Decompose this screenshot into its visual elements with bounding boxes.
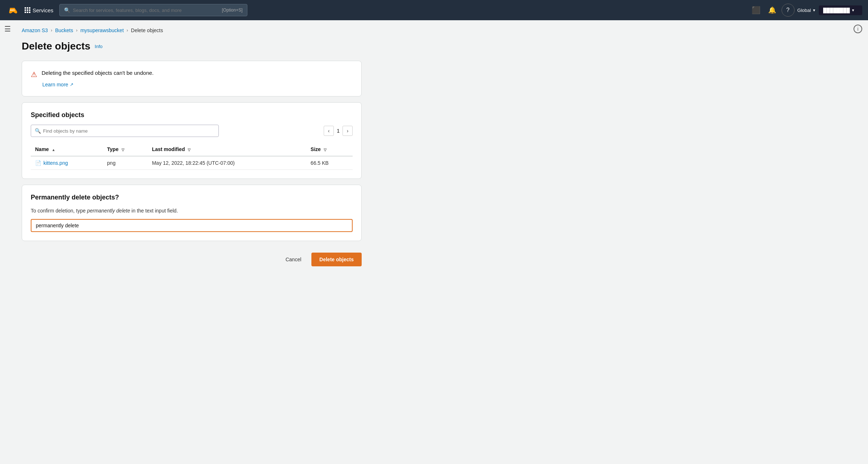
file-icon: 📄 — [35, 160, 41, 166]
learn-more-label: Learn more — [42, 82, 68, 87]
nav-icons: ⬛ 🔔 ? Global ▼ ████████ ▼ — [750, 4, 862, 17]
svg-text:aws: aws — [10, 8, 15, 12]
objects-search-input[interactable] — [43, 128, 215, 134]
warning-message: Deleting the specified objects can't be … — [42, 70, 154, 76]
grid-icon — [25, 7, 30, 13]
page-title-row: Delete objects Info — [22, 40, 422, 52]
terminal-button[interactable]: ⬛ — [750, 4, 763, 17]
breadcrumb-sep-2: › — [76, 28, 77, 33]
user-name: ████████ — [823, 8, 850, 13]
services-button[interactable]: Services — [25, 7, 54, 13]
external-link-icon: ↗ — [70, 82, 73, 87]
terminal-icon: ⬛ — [752, 6, 761, 14]
prev-page-button[interactable]: ‹ — [324, 126, 334, 136]
confirm-keyword: permanently delete — [87, 208, 130, 214]
prev-page-icon: ‹ — [328, 128, 330, 134]
breadcrumb-bucket-name[interactable]: mysuperawsbucket — [80, 27, 124, 33]
info-circle-icon: i — [854, 25, 862, 33]
file-name-link[interactable]: 📄 kittens.png — [35, 160, 98, 166]
col-type: Type ▽ — [103, 143, 148, 156]
notifications-button[interactable]: 🔔 — [766, 4, 779, 17]
user-account-button[interactable]: ████████ ▼ — [819, 5, 862, 15]
file-modified-cell: May 12, 2022, 18:22:45 (UTC-07:00) — [148, 156, 306, 170]
permanently-delete-title: Permanently delete objects? — [31, 194, 353, 201]
region-selector[interactable]: Global ▼ — [797, 8, 816, 13]
bell-icon: 🔔 — [768, 6, 776, 14]
sidebar-toggle-button[interactable]: ☰ — [4, 25, 11, 33]
specified-objects-card: Specified objects 🔍 ‹ 1 › — [22, 102, 362, 179]
next-page-icon: › — [347, 128, 349, 134]
file-size-cell: 66.5 KB — [306, 156, 353, 170]
warning-box: ⚠ Deleting the specified objects can't b… — [31, 70, 353, 87]
global-search-bar[interactable]: 🔍 [Option+S] — [59, 4, 247, 16]
main-content: Amazon S3 › Buckets › mysuperawsbucket ›… — [0, 20, 434, 287]
pagination: ‹ 1 › — [324, 126, 353, 136]
info-circle-button[interactable]: i — [854, 25, 862, 33]
top-navigation: aws Services 🔍 [Option+S] ⬛ 🔔 ? Global ▼… — [0, 0, 868, 20]
region-label: Global — [797, 8, 811, 13]
delete-objects-button[interactable]: Delete objects — [311, 253, 362, 266]
objects-search-icon: 🔍 — [35, 128, 41, 134]
search-input[interactable] — [73, 8, 219, 13]
page-number: 1 — [337, 128, 340, 134]
objects-table: Name ▲ Type ▽ Last modified ▽ Size — [31, 143, 353, 170]
warning-card: ⚠ Deleting the specified objects can't b… — [22, 61, 362, 96]
specified-objects-title: Specified objects — [31, 111, 353, 119]
last-modified-sort-icon: ▽ — [188, 148, 191, 152]
user-chevron-icon: ▼ — [851, 8, 855, 12]
name-sort-icon: ▲ — [52, 148, 55, 152]
table-header: Name ▲ Type ▽ Last modified ▽ Size — [31, 143, 353, 156]
objects-search-row: 🔍 ‹ 1 › — [31, 125, 353, 137]
info-link[interactable]: Info — [95, 44, 103, 49]
file-name: kittens.png — [43, 160, 68, 166]
type-sort-icon: ▽ — [122, 148, 124, 152]
file-name-cell: 📄 kittens.png — [31, 156, 103, 170]
action-buttons-row: Cancel Delete objects — [22, 247, 362, 272]
breadcrumb-amazon-s3[interactable]: Amazon S3 — [22, 27, 48, 33]
col-name: Name ▲ — [31, 143, 103, 156]
table-header-row: Name ▲ Type ▽ Last modified ▽ Size — [31, 143, 353, 156]
breadcrumb-sep-1: › — [51, 28, 52, 33]
next-page-button[interactable]: › — [342, 126, 353, 136]
size-sort-icon: ▽ — [324, 148, 327, 152]
page-title: Delete objects — [22, 40, 90, 52]
learn-more-link[interactable]: Learn more ↗ — [42, 82, 353, 87]
warning-row: ⚠ Deleting the specified objects can't b… — [31, 70, 353, 79]
table-body: 📄 kittens.png png May 12, 2022, 18:22:45… — [31, 156, 353, 170]
search-shortcut: [Option+S] — [222, 8, 242, 13]
col-size: Size ▽ — [306, 143, 353, 156]
permanently-delete-card: Permanently delete objects? To confirm d… — [22, 185, 362, 241]
breadcrumb-buckets[interactable]: Buckets — [55, 27, 73, 33]
search-icon: 🔍 — [64, 7, 70, 13]
chevron-down-icon: ▼ — [812, 8, 816, 12]
help-icon: ? — [786, 7, 790, 13]
breadcrumb-current: Delete objects — [131, 27, 163, 33]
confirm-instruction: To confirm deletion, type permanently de… — [31, 207, 353, 215]
aws-logo[interactable]: aws — [6, 4, 19, 17]
confirm-delete-input[interactable] — [31, 219, 353, 232]
col-last-modified: Last modified ▽ — [148, 143, 306, 156]
help-button[interactable]: ? — [782, 4, 795, 17]
file-type-cell: png — [103, 156, 148, 170]
objects-search-container: 🔍 — [31, 125, 219, 137]
breadcrumb: Amazon S3 › Buckets › mysuperawsbucket ›… — [22, 27, 422, 33]
table-row: 📄 kittens.png png May 12, 2022, 18:22:45… — [31, 156, 353, 170]
services-label: Services — [33, 7, 54, 13]
cancel-button[interactable]: Cancel — [280, 254, 307, 265]
warning-triangle-icon: ⚠ — [31, 70, 37, 79]
breadcrumb-sep-3: › — [127, 28, 128, 33]
